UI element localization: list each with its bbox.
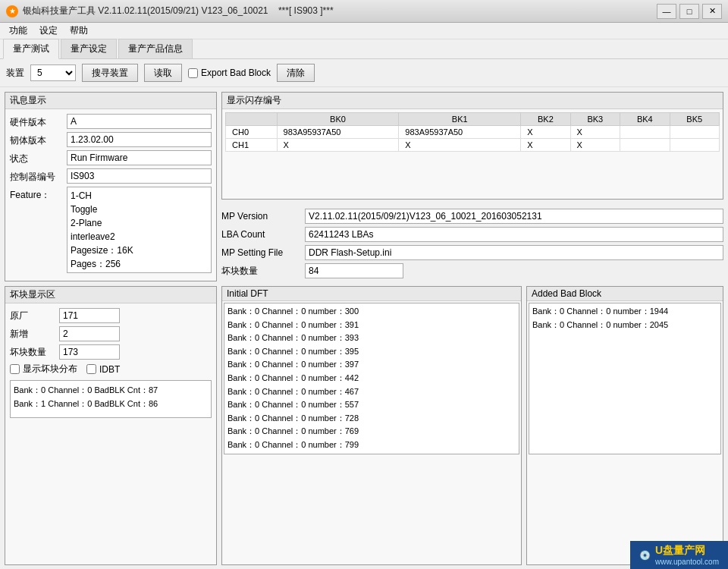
feature-label: Feature： <box>10 187 67 202</box>
bad-block-log-line: Bank：1 Channel：0 BadBLK Cnt：86 <box>14 398 208 411</box>
dft-list-item: Bank：0 Channel：0 number：873 <box>228 452 516 454</box>
bad-block-panel-title: 坏块显示区 <box>5 287 216 303</box>
window-controls: — □ ✕ <box>657 4 722 19</box>
dft-list-item: Bank：0 Channel：0 number：395 <box>228 345 516 359</box>
export-bad-block-checkbox[interactable] <box>188 68 198 78</box>
close-button[interactable]: ✕ <box>702 4 722 19</box>
info-panel-content: 硬件版本 A 韧体版本 1.23.02.00 状态 Run Firmware 控… <box>5 109 216 281</box>
flash-cell-1-2: X <box>399 139 521 152</box>
device-label: 装置 <box>6 67 24 80</box>
export-bad-block-checkbox-label[interactable]: Export Bad Block <box>188 68 271 78</box>
fw-version-label: 韧体版本 <box>10 132 67 147</box>
hw-version-label: 硬件版本 <box>10 114 67 129</box>
tab-mass-test[interactable]: 量产测试 <box>3 39 59 59</box>
original-row: 原厂 171 <box>10 308 212 323</box>
new-label: 新增 <box>10 328 59 341</box>
status-row: 状态 Run Firmware <box>10 150 212 165</box>
bad-block-panel: 坏块显示区 原厂 171 新增 2 坏块数量 173 显示坏块分布 <box>5 286 217 565</box>
added-bad-list[interactable]: Bank：0 Channel：0 number：1944Bank：0 Chann… <box>529 303 721 454</box>
title-bar: ★ 银灿科技量产工具 V2.11.02.11(2015/09/21) V123_… <box>0 0 728 23</box>
maximize-button[interactable]: □ <box>679 4 699 19</box>
show-dist-checkbox[interactable] <box>10 364 20 374</box>
device-select[interactable]: 5 <box>30 64 76 81</box>
flash-table-container[interactable]: BK0 BK1 BK2 BK3 BK4 BK5 CH0983A95937A509… <box>225 112 720 152</box>
flash-table: BK0 BK1 BK2 BK3 BK4 BK5 CH0983A95937A509… <box>225 112 720 152</box>
mp-info: MP Version V2.11.02.11(2015/09/21)V123_0… <box>221 209 723 281</box>
flash-col-bk5: BK5 <box>670 113 719 126</box>
mp-version-row: MP Version V2.11.02.11(2015/09/21)V123_0… <box>221 209 723 224</box>
flash-cell-1-1: X <box>277 139 399 152</box>
dft-list-item: Bank：0 Channel：0 number：300 <box>228 305 516 319</box>
dft-panel-title: Initial DFT <box>222 287 521 301</box>
bad-block-log[interactable]: Bank：0 Channel：0 BadBLK Cnt：87Bank：1 Cha… <box>10 380 212 418</box>
fw-version-row: 韧体版本 1.23.02.00 <box>10 132 212 147</box>
lba-count-row: LBA Count 62411243 LBAs <box>221 227 723 242</box>
flash-cell-1-0: CH1 <box>226 139 278 152</box>
flash-col-bk1: BK1 <box>399 113 521 126</box>
count-value: 173 <box>59 344 120 360</box>
logo-main: U盘量产网 <box>655 544 719 558</box>
bad-block-count-row: 坏块数量 84 <box>221 263 723 278</box>
search-device-button[interactable]: 搜寻装置 <box>82 64 138 82</box>
dft-list-item: Bank：0 Channel：0 number：397 <box>228 358 516 372</box>
minimize-button[interactable]: — <box>657 4 676 19</box>
app-icon: ★ <box>6 5 18 17</box>
dft-list-item: Bank：0 Channel：0 number：728 <box>228 412 516 426</box>
idbt-text: IDBT <box>99 364 120 375</box>
new-value: 2 <box>59 326 120 341</box>
idbt-label[interactable]: IDBT <box>86 364 120 375</box>
flash-col-ch <box>226 113 278 126</box>
info-panel-title: 讯息显示 <box>5 93 216 109</box>
controller-row: 控制器编号 IS903 <box>10 168 212 184</box>
added-bad-panel-content: Bank：0 Channel：0 number：1944Bank：0 Chann… <box>527 301 723 456</box>
dft-list[interactable]: Bank：0 Channel：0 number：300Bank：0 Channe… <box>224 303 519 454</box>
added-bad-panel: Added Bad Block Bank：0 Channel：0 number：… <box>526 286 723 565</box>
tab-mass-product-info[interactable]: 量产产品信息 <box>118 39 193 58</box>
bottom-logo: 💿 U盘量产网 www.upantool.com <box>630 541 728 569</box>
original-value: 171 <box>59 308 120 323</box>
export-bad-block-label: Export Bad Block <box>201 68 271 78</box>
mp-setting-value: DDR Flash-Setup.ini <box>305 245 723 260</box>
dft-list-item: Bank：0 Channel：0 number：393 <box>228 332 516 345</box>
lba-count-label: LBA Count <box>221 229 305 240</box>
lba-count-value: 62411243 LBAs <box>305 227 723 242</box>
title-text: 银灿科技量产工具 V2.11.02.11(2015/09/21) V123_06… <box>23 5 657 17</box>
tab-mass-settings[interactable]: 量产设定 <box>61 39 117 58</box>
controller-label: 控制器编号 <box>10 168 67 184</box>
status-label: 状态 <box>10 150 67 165</box>
flash-col-bk0: BK0 <box>277 113 399 126</box>
added-bad-list-item: Bank：0 Channel：0 number：1944 <box>532 305 717 319</box>
clear-button[interactable]: 清除 <box>277 64 315 82</box>
count-label: 坏块数量 <box>10 346 59 359</box>
feature-row: Feature： 1-CH Toggle 2-Plane interleave2… <box>10 187 212 273</box>
flash-panel: 显示闪存编号 BK0 BK1 BK2 BK3 BK4 <box>221 92 723 200</box>
bad-block-count-label: 坏块数量 <box>221 265 305 278</box>
flash-cell-1-4: X <box>570 139 620 152</box>
flash-cell-0-2: 983A95937A50 <box>399 126 521 139</box>
flash-cell-0-0: CH0 <box>226 126 278 139</box>
idbt-checkbox[interactable] <box>86 364 96 374</box>
top-section: 讯息显示 硬件版本 A 韧体版本 1.23.02.00 状态 Run Firmw… <box>5 92 723 281</box>
fw-version-value: 1.23.02.00 <box>67 132 212 147</box>
count-row: 坏块数量 173 <box>10 344 212 360</box>
mp-version-value: V2.11.02.11(2015/09/21)V123_06_10021_201… <box>305 209 723 224</box>
read-button[interactable]: 读取 <box>144 64 182 82</box>
flash-cell-1-5 <box>620 139 670 152</box>
flash-col-bk3: BK3 <box>570 113 620 126</box>
bad-block-panel-content: 原厂 171 新增 2 坏块数量 173 显示坏块分布 <box>5 303 216 423</box>
flash-cell-0-3: X <box>521 126 570 139</box>
status-value: Run Firmware <box>67 150 212 165</box>
flash-cell-0-5 <box>620 126 670 139</box>
menu-item-function[interactable]: 功能 <box>3 23 33 39</box>
show-dist-label[interactable]: 显示坏块分布 <box>10 363 77 376</box>
flash-cell-0-1: 983A95937A50 <box>277 126 399 139</box>
flash-cell-1-3: X <box>521 139 570 152</box>
menu-item-help[interactable]: 帮助 <box>64 23 94 39</box>
dft-panel-content: Bank：0 Channel：0 number：300Bank：0 Channe… <box>222 301 521 456</box>
mp-setting-row: MP Setting File DDR Flash-Setup.ini <box>221 245 723 260</box>
flash-col-bk4: BK4 <box>620 113 670 126</box>
menu-bar: 功能 设定 帮助 <box>0 23 728 39</box>
menu-item-settings[interactable]: 设定 <box>33 23 64 39</box>
dft-list-item: Bank：0 Channel：0 number：799 <box>228 439 516 452</box>
dft-list-item: Bank：0 Channel：0 number：391 <box>228 319 516 332</box>
